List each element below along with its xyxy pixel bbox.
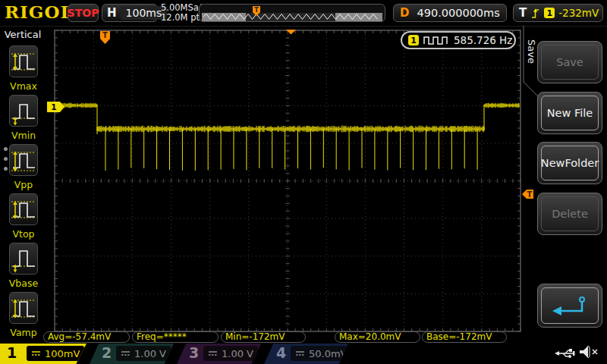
left-measure-menu: Vertical Vmax Vmin: [0, 26, 46, 344]
ch1-zero-marker[interactable]: 1: [47, 102, 64, 112]
channel-3-status[interactable]: 3 1.00 V: [177, 344, 261, 364]
vpp-icon: [9, 144, 38, 176]
delay-label: D: [400, 6, 409, 20]
horizontal-reference-marker: [286, 30, 296, 35]
measurement-freq: Freq=*****: [132, 331, 219, 343]
run-state-label: STOP: [68, 7, 99, 19]
svg-text:T: T: [527, 190, 533, 199]
timebase-box[interactable]: H 100ms: [102, 4, 158, 22]
measurement-max: Max=20.0mV: [335, 331, 420, 343]
measure-menu-title: Vertical: [0, 29, 46, 40]
frequency-counter: 1 585.726 Hz: [401, 31, 516, 49]
run-state-button[interactable]: STOP: [68, 4, 99, 22]
speaker-muted-icon: [578, 344, 599, 361]
channel-4-scale: 50.0mV: [291, 346, 352, 361]
channel-1-scale: 100mV: [27, 346, 84, 361]
menu-item-vmin[interactable]: Vmin: [8, 95, 39, 141]
menu-item-vtop[interactable]: Vtop: [8, 193, 39, 240]
menu-item-vpp[interactable]: Vpp: [8, 144, 39, 190]
trigger-source-badge: 1: [544, 8, 555, 18]
usb-icon: [554, 347, 577, 360]
trigger-level-marker[interactable]: T: [522, 190, 533, 199]
waveform-overview: T: [199, 4, 385, 22]
graticule-ticks: [55, 30, 521, 331]
waveform-overview-graphic: T: [202, 5, 384, 22]
freq-counter-value: 585.726 Hz: [454, 34, 512, 46]
return-arrow-icon: [549, 294, 591, 317]
graticule-gridlines: [55, 30, 521, 331]
new-file-button[interactable]: New File: [537, 92, 602, 134]
rising-edge-icon: [530, 8, 540, 19]
square-wave-icon: [423, 35, 449, 46]
top-status-bar: RIGOL STOP H 100ms 5.00MSa/s 12.0M pts T: [0, 0, 607, 27]
delay-value: 490.000000ms: [417, 7, 499, 19]
timebase-value: 100ms: [121, 6, 168, 20]
graticule-border: [55, 30, 521, 331]
dc-coupling-icon: [295, 350, 305, 357]
menu-item-vamp[interactable]: Vamp: [8, 292, 39, 338]
ch1-waveform: [55, 103, 519, 171]
return-button[interactable]: [537, 284, 602, 328]
menu-item-vmax[interactable]: Vmax: [8, 46, 39, 92]
new-folder-button[interactable]: NewFolder: [537, 142, 602, 184]
vmax-icon: [9, 46, 38, 77]
measurement-min: Min=-172mV: [221, 331, 306, 343]
trigger-level-value: -232mV: [558, 7, 599, 19]
channel-4-status[interactable]: 4 50.0mV: [264, 344, 348, 364]
vtop-icon: [9, 193, 38, 225]
channel-1-status[interactable]: 1 100mV: [0, 344, 86, 364]
rigol-logo: RIGOL: [5, 2, 74, 22]
vamp-icon: [9, 292, 38, 324]
scope-display: 1 T T: [0, 0, 607, 364]
menu-tab-save: Save: [525, 39, 537, 64]
dc-coupling-icon: [31, 350, 41, 357]
menu-item-vbase[interactable]: Vbase: [8, 243, 39, 289]
trigger-position-marker[interactable]: T: [100, 31, 110, 44]
svg-text:T: T: [254, 7, 259, 14]
trigger-box: T 1 -232mV: [513, 4, 603, 22]
save-button[interactable]: Save: [537, 41, 602, 83]
vmin-icon: [9, 95, 38, 127]
dc-coupling-icon: [121, 350, 131, 357]
channel-2-status[interactable]: 2 1.00 V: [90, 344, 174, 364]
horizontal-label: H: [107, 6, 117, 20]
freq-counter-channel-badge: 1: [408, 35, 419, 46]
delay-box: D 490.000000ms: [393, 4, 507, 22]
svg-text:T: T: [102, 31, 108, 39]
trigger-label: T: [519, 6, 527, 20]
delete-button[interactable]: Delete: [537, 193, 602, 235]
dc-coupling-icon: [208, 350, 218, 357]
measurement-base: Base=-172mV: [422, 331, 507, 343]
status-icons: [554, 342, 604, 362]
measurement-avg: Avg=-57.4mV: [43, 331, 130, 343]
oscilloscope-screen: RIGOL STOP H 100ms 5.00MSa/s 12.0M pts T: [0, 0, 607, 364]
vbase-icon: [9, 243, 38, 275]
channel-2-scale: 1.00 V: [116, 346, 171, 361]
channel-3-scale: 1.00 V: [203, 346, 258, 361]
svg-text:1: 1: [51, 102, 56, 111]
